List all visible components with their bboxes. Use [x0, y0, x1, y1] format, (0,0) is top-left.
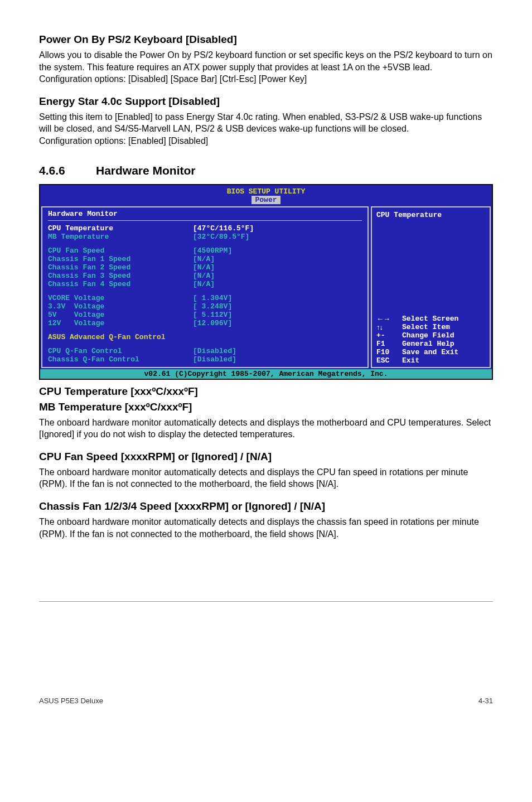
- bios-row-cpu-fan[interactable]: CPU Fan Speed[4500RPM]: [48, 247, 362, 255]
- bios-utility-title: BIOS SETUP UTILITY: [40, 185, 492, 196]
- section-title: Hardware Monitor: [96, 164, 196, 177]
- plus-minus-icon: +-: [376, 331, 402, 340]
- arrows-ud-icon: ↑↓: [376, 323, 402, 331]
- bios-tab-power[interactable]: Power: [252, 196, 280, 204]
- bios-panel-header: Hardware Monitor: [48, 210, 362, 218]
- footer-right: 4-31: [478, 697, 493, 705]
- heading-power-on-ps2: Power On By PS/2 Keyboard [Disabled]: [39, 33, 493, 46]
- bios-help-topic: CPU Temperature: [376, 211, 485, 219]
- bios-row-12v[interactable]: 12V Voltage[12.096V]: [48, 319, 362, 327]
- page-footer: ASUS P5E3 Deluxe 4-31: [39, 697, 493, 705]
- heading-energy-star: Energy Star 4.0c Support [Disabled]: [39, 95, 493, 108]
- section-number: 4.6.6: [39, 164, 96, 177]
- bios-row-vcore[interactable]: VCORE Voltage[ 1.304V]: [48, 294, 362, 302]
- footer-left: ASUS P5E3 Deluxe: [39, 697, 103, 705]
- bios-row-mb-temp[interactable]: MB Temperature[32°C/89.5°F]: [48, 233, 362, 241]
- desc-temp: The onboard hardware monitor automatical…: [39, 417, 493, 441]
- heading-cpu-temp: CPU Temperature [xxxºC/xxxºF]: [39, 385, 493, 398]
- bios-row-5v[interactable]: 5V Voltage[ 5.112V]: [48, 311, 362, 319]
- bios-window: BIOS SETUP UTILITY Power Hardware Monito…: [39, 184, 493, 380]
- bios-left-panel: Hardware Monitor CPU Temperature[47°C/11…: [41, 206, 369, 368]
- bios-row-cpu-qfan[interactable]: CPU Q-Fan Control[Disabled]: [48, 347, 362, 355]
- bios-row-3v3[interactable]: 3.3V Voltage[ 3.248V]: [48, 302, 362, 311]
- desc-cpu-fan-speed: The onboard hardware monitor automatical…: [39, 466, 493, 490]
- heading-mb-temp: MB Temperature [xxxºC/xxxºF]: [39, 401, 493, 413]
- heading-hardware-monitor: 4.6.6Hardware Monitor: [39, 164, 493, 177]
- desc-power-on-ps2: Allows you to disable the Power On by PS…: [39, 49, 493, 85]
- bios-row-qfan-advanced[interactable]: ASUS Advanced Q-Fan Control: [48, 333, 362, 341]
- bios-row-chassis-fan-4[interactable]: Chassis Fan 4 Speed[N/A]: [48, 280, 362, 288]
- bios-row-cpu-temp[interactable]: CPU Temperature[47°C/116.5°F]: [48, 224, 362, 233]
- heading-chassis-fan-speed: Chassis Fan 1/2/3/4 Speed [xxxxRPM] or […: [39, 500, 493, 513]
- bios-row-chassis-fan-3[interactable]: Chassis Fan 3 Speed[N/A]: [48, 272, 362, 280]
- arrows-lr-icon: ←→: [376, 315, 402, 323]
- bios-row-chassis-fan-1[interactable]: Chassis Fan 1 Speed[N/A]: [48, 255, 362, 263]
- bios-help-panel: CPU Temperature ←→Select Screen ↑↓Select…: [371, 206, 491, 368]
- desc-chassis-fan-speed: The onboard hardware monitor automatical…: [39, 516, 493, 540]
- bios-row-chassis-fan-2[interactable]: Chassis Fan 2 Speed[N/A]: [48, 263, 362, 272]
- bios-row-chassis-qfan[interactable]: Chassis Q-Fan Control[Disabled]: [48, 355, 362, 364]
- heading-cpu-fan-speed: CPU Fan Speed [xxxxRPM] or [Ignored] / […: [39, 451, 493, 463]
- bios-help-keys: ←→Select Screen ↑↓Select Item +-Change F…: [376, 315, 485, 365]
- bios-copyright: v02.61 (C)Copyright 1985-2007, American …: [40, 369, 492, 379]
- desc-energy-star: Setting this item to [Enabled] to pass E…: [39, 111, 493, 147]
